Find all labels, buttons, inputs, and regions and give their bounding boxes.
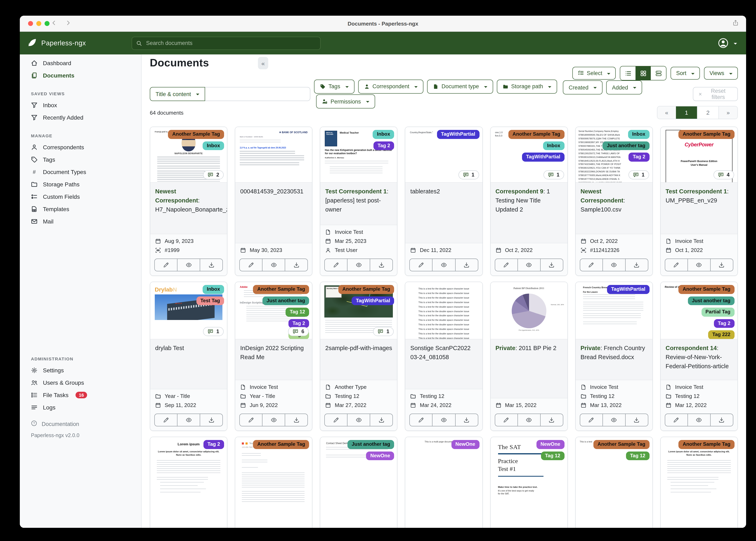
permissions-filter-button[interactable]: Permissions — [316, 95, 375, 109]
correspondent-link[interactable]: Private — [495, 345, 515, 351]
edit-button[interactable] — [665, 259, 687, 271]
comments-badge[interactable]: 6 — [288, 327, 309, 336]
tag-pill[interactable]: Tag 2 — [203, 440, 224, 449]
user-menu[interactable] — [718, 38, 737, 49]
download-button[interactable] — [200, 414, 222, 426]
zoom-window-button[interactable] — [45, 21, 50, 26]
added-filter-button[interactable]: Added — [606, 81, 642, 95]
document-thumbnail[interactable]: This is a test for the double space char… — [405, 282, 482, 339]
download-button[interactable] — [370, 414, 393, 426]
document-thumbnail[interactable]: Patient BP Distribution 2011 Pre-hyperte… — [490, 282, 567, 339]
comments-badge[interactable]: 1 — [373, 327, 394, 336]
download-button[interactable] — [455, 414, 478, 426]
edit-button[interactable] — [580, 414, 602, 426]
download-button[interactable] — [285, 259, 307, 271]
preview-button[interactable] — [262, 259, 285, 271]
select-dropdown-button[interactable]: Select — [572, 67, 616, 80]
tag-pill[interactable]: Inbox — [373, 130, 394, 139]
correspondent-link[interactable]: Correspondent 9 — [495, 188, 543, 195]
document-title[interactable]: Newest Correspondent: Sample100.csv — [575, 182, 652, 234]
edit-button[interactable] — [665, 414, 687, 426]
edit-button[interactable] — [495, 414, 517, 426]
download-button[interactable] — [540, 259, 563, 271]
tag-pill[interactable]: Just another tag — [603, 141, 650, 150]
preview-button[interactable] — [432, 259, 455, 271]
document-thumbnail[interactable]: one,1.0 five,5.0Another Sample TagInboxT… — [490, 127, 567, 182]
pagination-prev-button[interactable]: « — [657, 106, 676, 119]
download-button[interactable] — [625, 259, 648, 271]
app-brand[interactable]: Paperless-ngx — [27, 37, 86, 49]
comments-badge[interactable]: 1 — [628, 170, 649, 179]
tag-pill[interactable]: Another Sample Tag — [168, 130, 224, 139]
pagination-page-1[interactable]: 1 — [676, 106, 697, 119]
search-input[interactable] — [145, 40, 316, 47]
tag-pill[interactable]: NewOne — [536, 440, 564, 449]
reset-filters-button[interactable]: × Reset filters — [693, 87, 738, 101]
tag-pill[interactable]: Another Sample Tag — [338, 285, 394, 294]
document-title[interactable]: 0004814539_20230531 — [235, 182, 312, 243]
view-grid-button[interactable] — [636, 66, 651, 80]
views-dropdown-button[interactable]: Views — [704, 67, 738, 80]
global-search[interactable] — [132, 37, 321, 50]
sidebar-item-storage-paths[interactable]: Storage Paths — [20, 178, 141, 191]
tag-pill[interactable]: Just another tag — [347, 440, 394, 449]
edit-button[interactable] — [580, 259, 602, 271]
document-thumbnail[interactable]: This is a testAnother Sample TagTag 12 — [575, 437, 652, 528]
preview-button[interactable] — [432, 414, 455, 426]
share-icon[interactable] — [732, 20, 739, 27]
tag-pill[interactable]: Another Sample Tag — [678, 285, 735, 294]
pagination-page-2[interactable]: 2 — [697, 106, 718, 119]
tag-pill[interactable]: Partial Tag — [701, 307, 735, 316]
comments-badge[interactable]: 1 — [203, 327, 224, 336]
document-thumbnail[interactable]: Lorem ipsum Lorem ipsum dolor sit amet, … — [150, 437, 227, 528]
document-thumbnail[interactable]: CyberPower PowerPanel® Business Edition … — [661, 127, 737, 182]
edit-button[interactable] — [155, 259, 177, 271]
preview-button[interactable] — [347, 414, 370, 426]
back-icon[interactable] — [51, 20, 57, 27]
sidebar-item-correspondents[interactable]: Correspondents — [20, 141, 141, 153]
document-title[interactable]: tablerates2 — [405, 182, 482, 243]
sidebar-item-file-tasks[interactable]: File Tasks16 — [20, 389, 141, 401]
sidebar-item-mail[interactable]: Mail — [20, 215, 141, 228]
document-thumbnail[interactable]: Contact Sheet Demo Just another tagNewOn… — [320, 437, 397, 528]
sidebar-item-recently-added[interactable]: Recently Added — [20, 111, 141, 124]
sidebar-item-documentation[interactable]: ? Documentation — [31, 420, 141, 428]
document-thumbnail[interactable]: Test Name 123-456-7890 Another Sample Ta… — [235, 437, 312, 528]
document-title[interactable]: Correspondent 14: Review-of-New-York-Fed… — [661, 339, 737, 380]
document-thumbnail[interactable]: Serial Number,Company Name,Employ 978818… — [575, 127, 652, 182]
tag-pill[interactable]: Inbox — [203, 285, 224, 294]
preview-button[interactable] — [347, 259, 370, 271]
edit-button[interactable] — [155, 414, 177, 426]
filter-search-input[interactable] — [205, 87, 310, 101]
edit-button[interactable] — [410, 259, 432, 271]
tag-pill[interactable]: TagWithPartial — [522, 153, 564, 162]
edit-button[interactable] — [240, 259, 262, 271]
document-thumbnail[interactable]: Francja pod rz. NAPOLEON BONAPARTE Anoth… — [150, 127, 227, 182]
download-button[interactable] — [370, 259, 393, 271]
tag-pill[interactable]: TagWithPartial — [352, 296, 394, 305]
edit-button[interactable] — [240, 414, 262, 426]
edit-button[interactable] — [495, 259, 517, 271]
document-title[interactable]: Newest Correspondent: H7_Napoleon_Bonapa… — [150, 182, 227, 234]
document-title[interactable]: Test Correspondent 1: UM_PPBE_en_v29 — [661, 182, 737, 234]
download-button[interactable] — [710, 259, 733, 271]
download-button[interactable] — [625, 414, 648, 426]
sort-dropdown-button[interactable]: Sort — [671, 67, 700, 80]
minimize-window-button[interactable] — [36, 21, 41, 26]
close-window-button[interactable] — [28, 21, 33, 26]
tag-pill[interactable]: Tag 2 — [288, 319, 309, 328]
preview-button[interactable] — [517, 414, 540, 426]
sidebar-collapse-button[interactable]: « — [258, 57, 268, 69]
tag-pill[interactable]: Another Sample Tag — [678, 440, 735, 449]
document-thumbnail[interactable]: Adobe InDesign Scripting Documentation A… — [235, 282, 312, 339]
sidebar-item-templates[interactable]: Templates — [20, 203, 141, 215]
tag-pill[interactable]: Another Sample Tag — [253, 440, 309, 449]
tag-pill[interactable]: Tag 2 — [373, 141, 394, 150]
filter-field-dropdown-button[interactable]: Title & content — [150, 87, 205, 101]
sidebar-item-inbox[interactable]: Inbox — [20, 99, 141, 111]
tag-pill[interactable]: Inbox — [543, 141, 564, 150]
tag-pill[interactable]: Tag 12 — [541, 451, 564, 460]
preview-button[interactable] — [177, 414, 200, 426]
download-button[interactable] — [540, 414, 563, 426]
document-thumbnail[interactable]: Lorem ipsum Lorem ipsum dolor sit amet, … — [661, 437, 737, 528]
